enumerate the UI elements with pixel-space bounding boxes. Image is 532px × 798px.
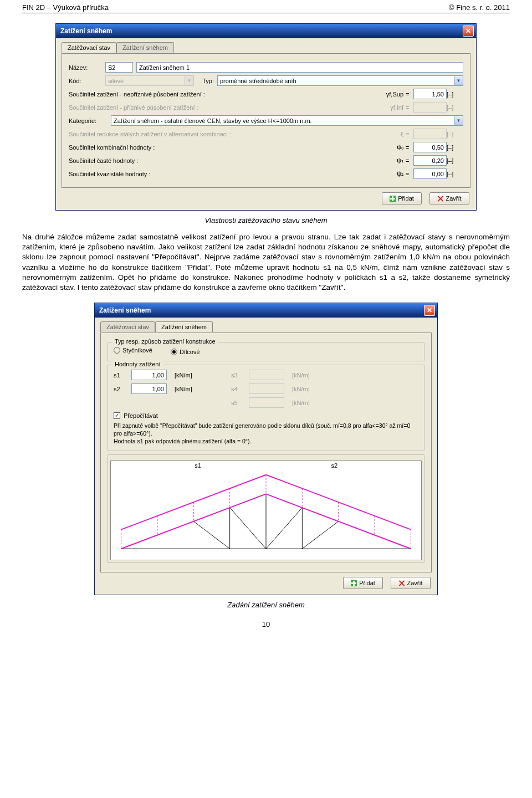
tab-snow-load[interactable]: Zatížení sněhem (116, 42, 174, 53)
s1-label: s1 (114, 372, 127, 378)
graph-fieldset: s1 s2 (108, 454, 424, 563)
header-left: FIN 2D – Výuková příručka (22, 3, 109, 12)
tabs: Zatěžovací stav Zatížení sněhem (62, 42, 470, 52)
legend: Typ resp. způsob zatížení konstrukce (112, 338, 218, 345)
unit: [–] (447, 131, 463, 137)
unit: [kN/m] (292, 400, 318, 406)
load-type-fieldset: Typ resp. způsob zatížení konstrukce Sty… (108, 342, 424, 361)
figure-caption-2: Zadání zatížení sněhem (22, 601, 510, 609)
unit: [kN/m] (175, 386, 200, 392)
x-icon (437, 196, 443, 202)
svg-line-7 (230, 508, 266, 549)
category-label: Kategorie: (69, 117, 108, 124)
chevron-down-icon[interactable]: ▼ (454, 116, 463, 125)
name-text-field[interactable] (136, 62, 463, 73)
truss-graph: s1 s2 (110, 461, 422, 560)
snow-load-dialog-2: Zatížení sněhem ✕ Zatěžovací stav Zatíže… (94, 303, 438, 595)
coeff-psi0-label: Součinitel kombinační hodnoty : (69, 144, 375, 151)
body-paragraph: Na druhé záložce můžeme zadat samostatně… (22, 232, 510, 293)
titlebar: Zatížení sněhem ✕ (95, 303, 437, 318)
load-values-fieldset: Hodnoty zatížení s1 [kN/m] s3 [kN/m] s2 … (108, 365, 424, 451)
close-icon[interactable]: ✕ (424, 305, 435, 316)
coeff-psi2-label: Součinitel kvazistálé hodnoty : (69, 171, 375, 177)
name-code-field[interactable] (105, 62, 133, 73)
coeff-psi1-field[interactable] (413, 155, 447, 166)
coeff-xi-symbol: ξ (375, 131, 406, 137)
recalc-note: Při zapnuté volbě "Přepočítávat" bude za… (114, 422, 418, 445)
unit: [–] (447, 91, 463, 98)
type-combo[interactable]: proměnné střednědobé sníh▼ (217, 75, 463, 86)
s4-label: s4 (231, 386, 244, 392)
s3-label: s3 (231, 372, 244, 378)
coeff-inf-label: Součinitel zatížení - příznivé působení … (69, 104, 375, 111)
tabs: Zatěžovací stav Zatížení sněhem (100, 321, 432, 331)
unit: [kN/m] (175, 372, 200, 378)
add-button[interactable]: Přidat (382, 192, 422, 204)
coeff-inf-symbol: γf,Inf (375, 104, 406, 111)
radio-by-joints[interactable]: Styčníkově (114, 347, 152, 354)
unit: [–] (447, 144, 463, 151)
s2-field[interactable] (131, 383, 167, 394)
coeff-psi2-symbol: ψ₂ (375, 170, 406, 177)
tab-load-case[interactable]: Zatěžovací stav (100, 321, 155, 332)
header-right: © Fine s. r. o. 2011 (449, 3, 510, 12)
coeff-psi0-field[interactable] (413, 142, 447, 152)
coeff-psi0-symbol: ψ₀ (375, 144, 406, 151)
plus-icon (390, 196, 396, 202)
titlebar: Zatížení sněhem ✕ (56, 24, 476, 38)
unit: [–] (447, 171, 463, 177)
coeff-psi1-symbol: ψ₁ (375, 157, 406, 164)
coeff-sup-field[interactable] (413, 89, 447, 99)
category-combo[interactable]: Zatížení sněhem - ostatní členové CEN, s… (111, 115, 463, 126)
svg-line-6 (193, 521, 229, 549)
close-button[interactable]: Zavřít (429, 192, 469, 204)
s5-field (249, 397, 284, 408)
s1-field[interactable] (131, 370, 167, 380)
unit: [kN/m] (292, 372, 318, 378)
coeff-xi-field (413, 129, 447, 139)
add-button[interactable]: Přidat (343, 577, 383, 589)
s2-label: s2 (114, 386, 127, 392)
page-header: FIN 2D – Výuková příručka © Fine s. r. o… (22, 0, 510, 13)
recalc-label: Přepočítávat (124, 412, 158, 419)
coeff-psi1-label: Součinitel časté hodnoty : (69, 157, 375, 164)
unit: [kN/m] (292, 386, 318, 392)
name-label: Název: (69, 64, 102, 71)
svg-line-9 (302, 521, 338, 549)
code-combo: silové▼ (105, 75, 194, 86)
dialog-title: Zatížení sněhem (99, 306, 151, 314)
snow-load-dialog-1: Zatížení sněhem ✕ Zatěžovací stav Zatíže… (55, 23, 477, 211)
tab-snow-load[interactable]: Zatížení sněhem (155, 321, 213, 332)
unit: [–] (447, 104, 463, 111)
close-icon[interactable]: ✕ (463, 25, 474, 37)
s3-field (249, 370, 284, 380)
legend: Hodnoty zatížení (112, 361, 163, 367)
close-button[interactable]: Zavřít (391, 577, 431, 589)
figure-caption-1: Vlastnosti zatěžovacího stavu sněhem (22, 216, 510, 224)
s5-label: s5 (231, 400, 244, 406)
type-label: Typ: (197, 78, 214, 84)
coeff-sup-label: Součinitel zatížení - nepříznivé působen… (69, 91, 375, 98)
chevron-down-icon: ▼ (185, 76, 193, 85)
page-number: 10 (22, 620, 510, 628)
code-label: Kód: (69, 78, 102, 84)
coeff-inf-field (413, 102, 447, 112)
tab-load-case[interactable]: Zatěžovací stav (62, 42, 116, 53)
coeff-psi2-field[interactable] (413, 168, 447, 179)
coeff-xi-label: Součinitel redukce stálých zatížení v al… (69, 131, 375, 137)
x-icon (398, 580, 405, 586)
s4-field (249, 383, 284, 394)
coeff-sup-symbol: γf,Sup (375, 91, 406, 98)
radio-by-members[interactable]: Dílcově (171, 349, 200, 355)
unit: [–] (447, 157, 463, 164)
dialog-title: Zatížení sněhem (60, 27, 112, 35)
svg-line-8 (266, 508, 302, 549)
plus-icon (351, 580, 357, 586)
chevron-down-icon[interactable]: ▼ (454, 76, 463, 85)
recalc-checkbox[interactable]: ✓ (114, 412, 120, 419)
